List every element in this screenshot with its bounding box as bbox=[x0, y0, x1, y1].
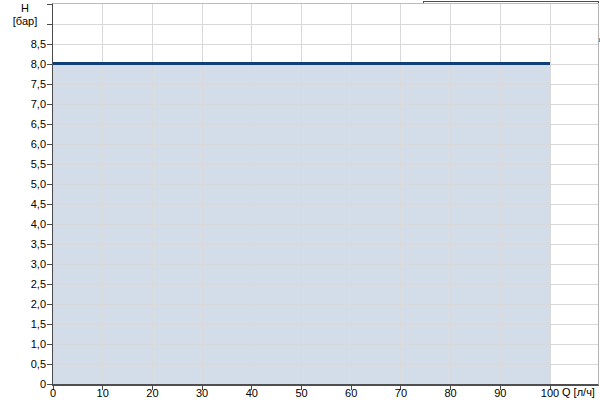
y-axis-unit: [бар] bbox=[0, 15, 50, 28]
y-tick-label: 7,5 bbox=[0, 78, 46, 90]
y-tick bbox=[47, 164, 52, 165]
gridline-horizontal bbox=[53, 344, 598, 345]
y-tick-label: 3,0 bbox=[0, 258, 46, 270]
y-tick-label: 2,5 bbox=[0, 278, 46, 290]
y-tick-label: 3,5 bbox=[0, 238, 46, 250]
gridline-horizontal bbox=[53, 24, 598, 25]
y-axis-title: H [бар] bbox=[0, 2, 50, 28]
x-tick-label: 100 bbox=[533, 387, 567, 399]
gridline-vertical bbox=[400, 4, 401, 384]
gridline-vertical bbox=[202, 4, 203, 384]
y-tick-label: 5,0 bbox=[0, 178, 46, 190]
gridline-vertical bbox=[152, 4, 153, 384]
y-tick bbox=[47, 384, 52, 385]
gridline-horizontal bbox=[53, 324, 598, 325]
y-tick bbox=[47, 24, 52, 25]
gridline-horizontal bbox=[53, 364, 598, 365]
plot-area bbox=[52, 3, 599, 386]
gridline-vertical bbox=[351, 4, 352, 384]
y-tick bbox=[47, 144, 52, 145]
gridline-horizontal bbox=[53, 144, 598, 145]
y-tick-label: 1,0 bbox=[0, 338, 46, 350]
gridline-horizontal bbox=[53, 304, 598, 305]
y-tick bbox=[47, 344, 52, 345]
y-tick-label: 6,0 bbox=[0, 138, 46, 150]
y-tick-label: 4,0 bbox=[0, 218, 46, 230]
y-tick-label: 4,5 bbox=[0, 198, 46, 210]
gridline-horizontal bbox=[53, 104, 598, 105]
y-tick-label: 8,0 bbox=[0, 58, 46, 70]
y-tick bbox=[47, 364, 52, 365]
gridline-horizontal bbox=[53, 264, 598, 265]
y-tick-label: 7,0 bbox=[0, 98, 46, 110]
gridline-horizontal bbox=[53, 204, 598, 205]
gridline-vertical bbox=[251, 4, 252, 384]
y-tick bbox=[47, 44, 52, 45]
gridline-horizontal bbox=[53, 224, 598, 225]
y-tick bbox=[47, 324, 52, 325]
y-tick-label: 0,5 bbox=[0, 358, 46, 370]
y-tick bbox=[47, 104, 52, 105]
y-tick bbox=[47, 4, 52, 5]
y-tick bbox=[47, 224, 52, 225]
y-tick-label: 5,5 bbox=[0, 158, 46, 170]
x-tick-label: 0 bbox=[36, 387, 70, 399]
gridline-vertical bbox=[301, 4, 302, 384]
x-tick-label: 20 bbox=[135, 387, 169, 399]
x-tick-label: 90 bbox=[483, 387, 517, 399]
gridline-vertical bbox=[450, 4, 451, 384]
y-tick bbox=[47, 244, 52, 245]
y-tick bbox=[47, 304, 52, 305]
y-tick bbox=[47, 84, 52, 85]
y-tick-label: 8,5 bbox=[0, 38, 46, 50]
x-tick-label: 80 bbox=[434, 387, 468, 399]
pump-head-curve bbox=[53, 62, 550, 65]
y-tick-label: 6,5 bbox=[0, 118, 46, 130]
gridline-horizontal bbox=[53, 244, 598, 245]
x-tick-label: 40 bbox=[235, 387, 269, 399]
gridline-horizontal bbox=[53, 84, 598, 85]
gridline-vertical bbox=[500, 4, 501, 384]
gridline-vertical bbox=[550, 4, 551, 384]
y-tick bbox=[47, 184, 52, 185]
gridline-horizontal bbox=[53, 44, 598, 45]
gridline-horizontal bbox=[53, 284, 598, 285]
x-tick-label: 10 bbox=[86, 387, 120, 399]
x-tick-label: 50 bbox=[285, 387, 319, 399]
y-axis-symbol: H bbox=[0, 2, 50, 15]
gridline-horizontal bbox=[53, 164, 598, 165]
y-tick bbox=[47, 204, 52, 205]
x-tick-label: 30 bbox=[185, 387, 219, 399]
gridline-vertical bbox=[102, 4, 103, 384]
y-tick bbox=[47, 284, 52, 285]
y-tick bbox=[47, 264, 52, 265]
x-tick-label: 70 bbox=[384, 387, 418, 399]
y-tick bbox=[47, 64, 52, 65]
y-tick-label: 2,0 bbox=[0, 298, 46, 310]
x-tick-label: 60 bbox=[334, 387, 368, 399]
gridline-horizontal bbox=[53, 184, 598, 185]
gridline-horizontal bbox=[53, 124, 598, 125]
y-tick-label: 1,5 bbox=[0, 318, 46, 330]
y-tick bbox=[47, 124, 52, 125]
